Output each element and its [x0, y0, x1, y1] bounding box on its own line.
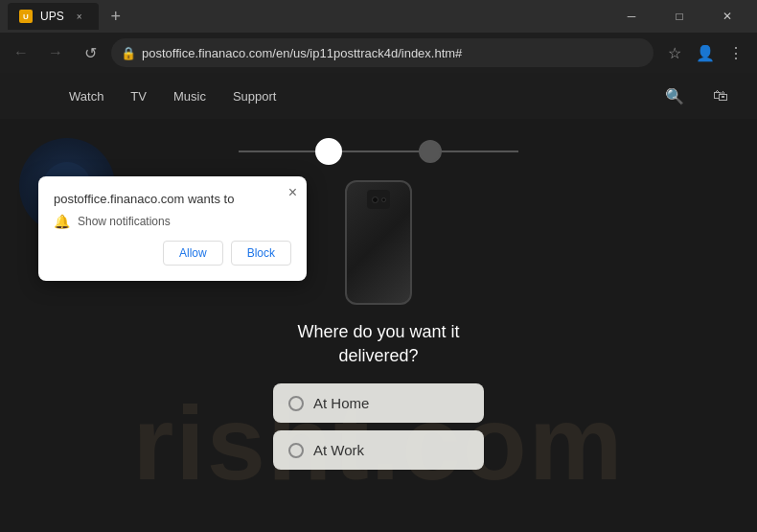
- allow-button[interactable]: Allow: [163, 241, 223, 266]
- apple-nav: Watch TV Music Support 🔍 🛍: [0, 73, 757, 119]
- delivery-line1: Where do you want it: [297, 320, 459, 344]
- phone-container: [345, 180, 412, 305]
- block-button[interactable]: Block: [231, 241, 291, 266]
- radio-at-home: [288, 396, 304, 411]
- nav-right: 🔍 🛍: [661, 82, 734, 109]
- address-input[interactable]: [111, 38, 654, 67]
- new-tab-button[interactable]: +: [103, 3, 129, 30]
- back-button[interactable]: ←: [8, 39, 34, 66]
- notification-item-label: Show notifications: [78, 215, 171, 228]
- progress-steps: [239, 138, 518, 165]
- address-right-icons: ☆ 👤 ⋮: [661, 39, 749, 66]
- address-bar: ← → ↺ 🔒 ☆ 👤 ⋮: [0, 33, 757, 73]
- window-controls: ─ □ ✕: [609, 3, 749, 30]
- tab-favicon: U: [19, 10, 33, 23]
- progress-line-right: [442, 150, 518, 152]
- progress-line-mid: [342, 150, 419, 152]
- option-at-work-label: At Work: [313, 442, 364, 458]
- notification-item: 🔔 Show notifications: [54, 214, 291, 229]
- address-wrapper: 🔒: [111, 38, 654, 67]
- progress-dot-inactive: [419, 140, 442, 163]
- close-button[interactable]: ✕: [705, 3, 749, 30]
- nav-item-watch[interactable]: Watch: [69, 89, 103, 104]
- notification-title: postoffice.finanaco.com wants to: [54, 192, 291, 206]
- refresh-button[interactable]: ↺: [77, 39, 103, 66]
- progress-dot-active: [315, 138, 342, 165]
- lock-icon: 🔒: [121, 46, 136, 60]
- menu-button[interactable]: ⋮: [723, 39, 749, 66]
- nav-item-tv[interactable]: TV: [130, 89, 147, 104]
- nav-item-music[interactable]: Music: [173, 89, 206, 104]
- window: U UPS × + ─ □ ✕ ← → ↺ 🔒 ☆ 👤 ⋮ Watch: [0, 0, 757, 532]
- notification-actions: Allow Block: [54, 241, 291, 266]
- bag-icon[interactable]: 🛍: [707, 82, 734, 109]
- option-at-home[interactable]: At Home: [273, 383, 484, 423]
- phone-camera: [367, 190, 390, 209]
- nav-items: Watch TV Music Support: [69, 89, 276, 104]
- tab-strip: U UPS × +: [8, 3, 129, 30]
- option-at-work[interactable]: At Work: [273, 430, 484, 470]
- delivery-line2: delivered?: [297, 344, 459, 368]
- phone-image: [345, 180, 412, 305]
- radio-at-work: [288, 443, 304, 458]
- notification-popup: × postoffice.finanaco.com wants to 🔔 Sho…: [38, 176, 307, 281]
- tab-title: UPS: [40, 10, 64, 23]
- profile-button[interactable]: 👤: [692, 39, 719, 66]
- search-icon[interactable]: 🔍: [661, 82, 688, 109]
- notification-close-button[interactable]: ×: [288, 184, 297, 201]
- delivery-text: Where do you want it delivered?: [297, 320, 459, 368]
- camera-lens-2: [381, 197, 386, 202]
- minimize-button[interactable]: ─: [609, 3, 654, 30]
- camera-lens-1: [372, 197, 378, 203]
- maximize-button[interactable]: □: [657, 3, 701, 30]
- options-container: At Home At Work: [273, 383, 484, 470]
- progress-line-left: [239, 150, 315, 152]
- main-content: risht.com Where do you want it delivered…: [0, 119, 757, 532]
- nav-item-support[interactable]: Support: [233, 89, 277, 104]
- option-at-home-label: At Home: [313, 395, 369, 411]
- active-tab[interactable]: U UPS ×: [8, 3, 99, 30]
- forward-button[interactable]: →: [42, 39, 69, 66]
- title-bar: U UPS × + ─ □ ✕: [0, 0, 757, 33]
- bell-icon: 🔔: [54, 214, 70, 229]
- tab-close-button[interactable]: ×: [72, 9, 87, 24]
- bookmark-button[interactable]: ☆: [661, 39, 688, 66]
